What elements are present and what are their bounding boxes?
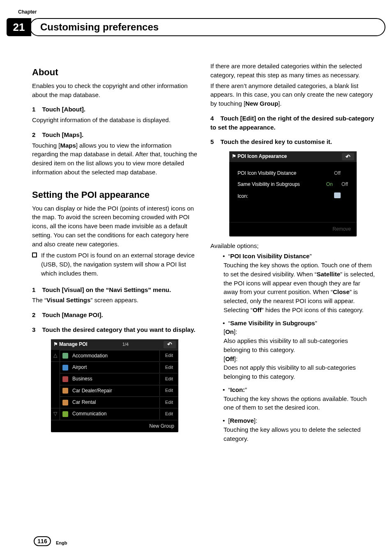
chapter-title: Customising preferences xyxy=(40,21,159,33)
list-item[interactable]: Communication Edit xyxy=(60,408,178,419)
flag-icon: ⚑ xyxy=(232,153,236,159)
about-step-1: 1 Touch [About]. xyxy=(32,105,197,114)
step-5: 5 Touch the desired key to customise it. xyxy=(210,137,376,146)
scroll-up-icon[interactable]: △ xyxy=(51,350,60,361)
left-column: About Enables you to check the copyright… xyxy=(32,62,197,447)
poi-step-1-body: The “Visual Settings” screen appears. xyxy=(32,296,197,305)
option-remove: [Remove]: Touching the key allows you to… xyxy=(223,416,376,443)
list-item[interactable]: Business Edit xyxy=(60,373,178,385)
poi-heading: Setting the POI appearance xyxy=(32,188,197,202)
step-number: 4 xyxy=(210,115,214,122)
right-p1: If there are more detailed categories wi… xyxy=(210,62,376,80)
edit-button[interactable]: Edit xyxy=(159,385,178,396)
about-heading: About xyxy=(32,66,197,79)
step-number: 1 xyxy=(32,106,35,113)
on-label: On xyxy=(323,181,337,188)
poi-step-2: 2 Touch [Manage POI]. xyxy=(32,310,197,320)
list-item[interactable]: Airport Edit xyxy=(60,361,178,373)
about-step-2-body: Touching [Maps] allows you to view the i… xyxy=(32,141,197,177)
step-number: 3 xyxy=(32,326,35,333)
step-number: 5 xyxy=(210,138,214,145)
note-text: If the custom POI is found on an externa… xyxy=(41,251,197,278)
row-label: Icon: xyxy=(238,193,248,200)
new-group-button[interactable]: New Group xyxy=(51,420,178,432)
scroll-down-icon[interactable]: ▽ xyxy=(51,408,60,420)
edit-button[interactable]: Edit xyxy=(159,409,178,419)
list-item-label: Accommodation xyxy=(71,350,159,361)
step-title: Touch [Edit] on the right of the desired… xyxy=(210,115,374,131)
list-item-label: Communication xyxy=(71,408,159,419)
back-icon[interactable]: ↶ xyxy=(342,153,354,160)
option-same-visibility: “Same Visibility in Subgroups” [On]: Als… xyxy=(223,319,376,381)
poi-appearance-screenshot: ⚑POI Icon Appearance ↶ POI Icon Visibili… xyxy=(229,151,357,236)
square-bullet-icon xyxy=(32,253,37,257)
step-title: Touch the desired key to customise it. xyxy=(221,138,332,145)
chapter-title-bubble: Customising preferences xyxy=(30,18,385,36)
list-item[interactable]: Car Dealer/Repair Edit xyxy=(60,385,178,396)
chapter-number-badge: 21 xyxy=(7,18,31,36)
step-4: 4 Touch [Edit] on the right of the desir… xyxy=(210,114,376,132)
step-number: 2 xyxy=(32,311,35,318)
step-title: Touch [Maps]. xyxy=(42,131,84,138)
manage-poi-screenshot: ⚑Manage POI 1/4 ↶ △ ▽ Accommodation xyxy=(51,339,178,433)
chapter-label: Chapter xyxy=(18,9,37,15)
poi-body: You can display or hide the POI (points … xyxy=(32,204,197,249)
step-title: Touch [About]. xyxy=(42,106,86,113)
about-step-1-body: Copyright information of the database is… xyxy=(32,116,197,125)
step-title: Touch [Manage POI]. xyxy=(42,311,103,318)
list-item-label: Airport xyxy=(71,362,159,373)
shot-title: POI Icon Appearance xyxy=(238,153,287,159)
row-label: POI Icon Visibility Distance xyxy=(238,170,296,177)
language-code: Engb xyxy=(56,540,67,545)
step-title: Touch the desired category that you want… xyxy=(42,326,196,333)
edit-button[interactable]: Edit xyxy=(159,397,178,408)
icon-row[interactable]: Icon: xyxy=(238,190,352,202)
right-column: If there are more detailed categories wi… xyxy=(210,62,376,447)
shot-title: Manage POI xyxy=(59,341,88,347)
remove-button[interactable]: Remove xyxy=(229,222,357,236)
icon-preview xyxy=(334,192,341,198)
pager-label: 1/4 xyxy=(122,341,129,348)
category-icon xyxy=(62,400,68,405)
scrollbar[interactable]: △ ▽ xyxy=(51,350,60,420)
available-label: Available options; xyxy=(210,241,376,250)
list-item[interactable]: Accommodation Edit xyxy=(60,350,178,361)
category-icon xyxy=(62,365,68,371)
same-visibility-row[interactable]: Same Visibility in Subgroups On Off xyxy=(238,179,352,190)
option-visibility-distance: “POI Icon Visibility Distance” Touching … xyxy=(223,252,376,314)
row-label: Same Visibility in Subgroups xyxy=(238,181,300,188)
step-number: 1 xyxy=(32,286,35,293)
list-item[interactable]: Car Rental Edit xyxy=(60,396,178,408)
step-number: 2 xyxy=(32,131,35,138)
list-item-label: Car Rental xyxy=(71,397,159,408)
right-p2: If there aren’t anymore detailed categor… xyxy=(210,81,376,108)
about-body: Enables you to check the copyright and o… xyxy=(32,81,197,100)
category-icon xyxy=(62,411,68,417)
edit-button[interactable]: Edit xyxy=(159,350,178,361)
flag-icon: ⚑ xyxy=(53,341,58,347)
category-icon xyxy=(62,353,68,359)
note-bullet: If the custom POI is found on an externa… xyxy=(32,251,197,279)
poi-step-3: 3 Touch the desired category that you wa… xyxy=(32,325,197,334)
category-icon xyxy=(62,388,68,394)
page-number: 116 xyxy=(34,536,51,546)
edit-button[interactable]: Edit xyxy=(159,362,178,373)
list-item-label: Business xyxy=(71,373,159,385)
off-label: Off xyxy=(338,181,352,188)
about-step-2: 2 Touch [Maps]. xyxy=(32,130,197,139)
back-icon[interactable]: ↶ xyxy=(164,341,176,348)
category-icon xyxy=(62,376,68,382)
visibility-distance-row[interactable]: POI Icon Visibility Distance Off xyxy=(238,168,352,179)
list-item-label: Car Dealer/Repair xyxy=(71,385,159,396)
poi-step-1: 1 Touch [Visual] on the “Navi Settings” … xyxy=(32,285,197,294)
step-title: Touch [Visual] on the “Navi Settings” me… xyxy=(42,286,171,293)
row-value: Off xyxy=(323,170,352,177)
option-icon: “Icon:” Touching the key shows the optio… xyxy=(223,385,376,412)
edit-button[interactable]: Edit xyxy=(159,374,178,385)
